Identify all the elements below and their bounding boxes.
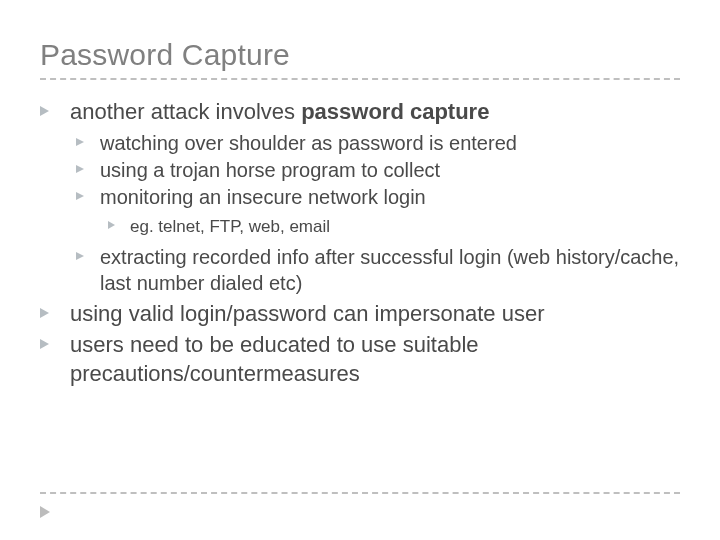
slide: Password Capture another attack involves… [0,0,720,540]
bullet-sub-text: monitoring an insecure network login [100,186,426,208]
bullet-subsub: eg. telnet, FTP, web, email [108,216,680,238]
play-icon [40,506,50,518]
footer-divider [40,492,680,494]
bullet-top-password-capture: another attack involves password capture… [40,98,680,296]
bullet-list-level1: another attack involves password capture… [40,98,680,388]
bullet-sub: extracting recorded info after successfu… [76,244,680,296]
bullet-top: using valid login/password can impersona… [40,300,680,328]
bullet-sub: watching over shoulder as password is en… [76,130,680,156]
bullet-text-prefix: another attack involves [70,99,301,124]
bullet-sub: monitoring an insecure network login eg.… [76,184,680,238]
bullet-list-level2: watching over shoulder as password is en… [76,130,680,296]
bullet-top: users need to be educated to use suitabl… [40,331,680,387]
bullet-text-bold: password capture [301,99,489,124]
slide-title: Password Capture [40,38,680,72]
title-divider [40,78,680,80]
bullet-sub: using a trojan horse program to collect [76,157,680,183]
bullet-list-level3: eg. telnet, FTP, web, email [108,216,680,238]
